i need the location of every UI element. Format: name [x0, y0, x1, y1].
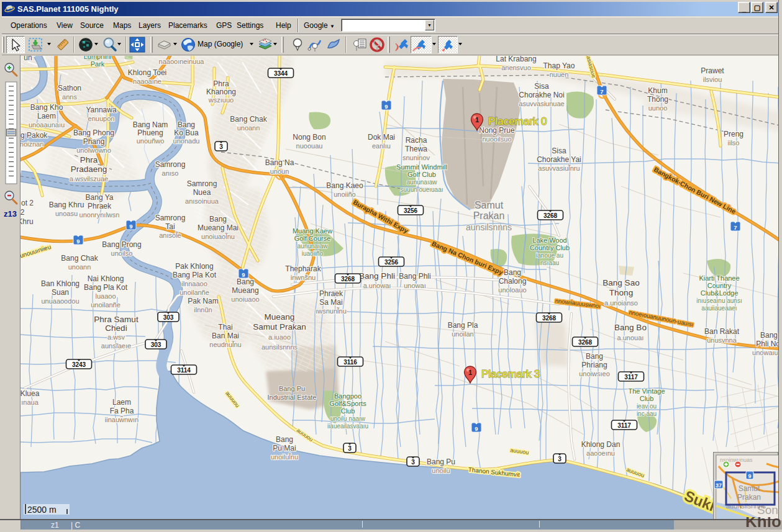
svg-text:luaaoo: luaaoo [95, 292, 116, 300]
svg-text:9: 9 [384, 103, 388, 110]
svg-text:37: 37 [716, 482, 722, 489]
svg-text:Kiarti Thanee: Kiarti Thanee [699, 274, 739, 282]
svg-text:Club: Club [341, 407, 355, 415]
svg-text:2500 m: 2500 m [27, 505, 57, 515]
svg-text:3: 3 [348, 445, 352, 452]
svg-text:unoilanñe: unoilanñe [180, 289, 209, 296]
svg-text:Sisa: Sisa [534, 82, 549, 91]
svg-text:Thai: Thai [218, 323, 232, 331]
svg-text:aununaıaw: aununaıaw [298, 243, 329, 250]
svg-text:unoiuaol̃nu: unoiuaol̃nu [201, 233, 235, 240]
svg-text:Nuea: Nuea [193, 188, 211, 197]
svg-text:unoann: unoann [68, 263, 91, 271]
svg-text:ianoue au: ianoue au [536, 252, 563, 259]
svg-text:Phang: Phang [83, 137, 105, 146]
svg-text:Chorakhe Yai: Chorakhe Yai [537, 155, 581, 164]
svg-text:aunsilsnnns: aunsilsnnns [261, 343, 298, 351]
svg-text:iinauw̃nwın: iinauw̃nwın [105, 416, 139, 423]
svg-text:Phriang: Phriang [581, 361, 607, 369]
svg-text:Bang Ya: Bang Ya [86, 193, 114, 202]
svg-text:Ko Bua: Ko Bua [174, 128, 199, 137]
svg-text:3: 3 [411, 459, 415, 466]
svg-text:ilnnaaoo: ilnnaaoo [181, 280, 207, 287]
svg-text:Samut: Samut [475, 200, 504, 210]
svg-text:Nong Prue: Nong Prue [479, 126, 515, 135]
svg-text:z13: z13 [4, 209, 17, 219]
svg-text:Ban Mai: Ban Mai [212, 331, 239, 340]
svg-text:ınaua: ınaua [21, 399, 39, 406]
svg-text:9: 9 [76, 238, 80, 245]
svg-text:aunsilsnnns: aunsilsnnns [466, 222, 512, 232]
svg-text:unonadu: unonadu [173, 137, 200, 145]
svg-text:3243: 3243 [72, 361, 86, 368]
svg-text:9: 9 [242, 271, 245, 278]
svg-text:unoasu: unoasu [55, 210, 78, 217]
svg-text:Golf Club: Golf Club [407, 171, 436, 178]
svg-text:Phueng: Phueng [137, 128, 163, 137]
svg-text:Summit Windmill: Summit Windmill [396, 163, 447, 171]
svg-text:Lat Krabang: Lat Krabang [496, 56, 536, 63]
svg-text:ıwsnunl̃nu: ıwsnunl̃nu [316, 307, 347, 315]
svg-text:Lumphini: Lumphini [84, 56, 112, 60]
svg-text:naaooıneinuua: naaooıneinuua [159, 58, 205, 65]
svg-text:Industrial Estate: Industrial Estate [268, 394, 317, 401]
svg-text:aunsĩaeıe: aunsĩaeıe [101, 342, 131, 349]
svg-text:Chorakhe Noi: Chorakhe Noi [519, 91, 564, 99]
svg-text:1: 1 [468, 369, 472, 376]
svg-text:Samrong: Samrong [155, 160, 186, 169]
svg-text:Bang Chak: Bang Chak [230, 115, 267, 124]
svg-text:aununaıaw: aununaıaw [407, 179, 438, 186]
svg-text:Samrong: Samrong [155, 214, 186, 222]
svg-text:a.wsv: a.wsv [107, 333, 125, 341]
svg-text:Khanong: Khanong [206, 88, 236, 96]
svg-text:nuooilsuo: nuooilsuo [482, 135, 511, 143]
svg-text:3117: 3117 [624, 374, 638, 381]
svg-text:Country: Country [707, 282, 732, 289]
svg-text:7: 7 [600, 88, 603, 95]
svg-text:Racha: Racha [406, 136, 427, 145]
svg-text:snuninov: snuninov [402, 154, 430, 161]
svg-text:Golf&Sports: Golf&Sports [329, 400, 366, 407]
svg-text:Bang: Bang [276, 435, 293, 444]
svg-text:inwns̃nu: inwns̃nu [291, 274, 316, 281]
svg-text:wszıuuo: wszıuuo [208, 96, 234, 104]
svg-text:Phraek: Phraek [88, 202, 112, 210]
svg-text:enuupon: enuupon [88, 115, 115, 122]
svg-text:Pak Khlong: Pak Khlong [175, 262, 213, 271]
svg-text:3: 3 [558, 456, 561, 462]
svg-text:neudnul̃nu: neudnul̃nu [209, 341, 241, 348]
svg-text:Bangpoo: Bangpoo [334, 392, 361, 400]
svg-text:Yannawa: Yannawa [86, 106, 116, 114]
svg-text:Pradaeng: Pradaeng [71, 165, 107, 174]
svg-text:nuoouau: nuoouau [296, 142, 323, 150]
svg-text:uunoo: uunoo [648, 104, 668, 112]
svg-text:Bang Prong: Bang Prong [102, 240, 141, 249]
svg-text:Bang Kho: Bang Kho [30, 103, 63, 112]
svg-text:Bang: Bang [504, 268, 521, 277]
svg-text:9: 9 [129, 223, 132, 230]
svg-text:Bang Bo: Bang Bo [614, 323, 647, 332]
svg-text:Placemark 3: Placemark 3 [481, 368, 540, 380]
svg-text:nuuen: nuuen [550, 71, 569, 78]
svg-text:Lake Wood: Lake Wood [532, 237, 566, 244]
svg-text:Phra Samut: Phra Samut [94, 315, 139, 324]
svg-text:Laem: Laem [112, 398, 131, 407]
svg-text:9: 9 [475, 425, 478, 432]
svg-text:Chedi: Chedi [105, 323, 127, 333]
svg-text:unoiuaoo: unoiuaoo [231, 295, 259, 303]
svg-text:ieav ou: ieav ou [637, 403, 657, 410]
svg-text:Khlong Toei: Khlong Toei [128, 68, 167, 77]
svg-text:unoilanñe: unoilanñe [91, 301, 120, 309]
svg-text:Phra: Phra [80, 155, 98, 165]
svg-text:Bang: Bang [760, 331, 778, 340]
svg-text:iilso: iilso [728, 139, 740, 147]
svg-text:3: 3 [219, 143, 223, 150]
svg-text:Bang Pu: Bang Pu [427, 458, 455, 466]
svg-text:Nong Bon: Nong Bon [293, 133, 325, 142]
svg-text:2: 2 [20, 208, 25, 217]
svg-text:Thong: Thong [609, 288, 633, 297]
svg-text:Club&Lodge: Club&Lodge [701, 289, 739, 297]
svg-text:anısoinuua: anısoinuua [185, 197, 219, 205]
svg-text:Fa Pha: Fa Pha [110, 407, 134, 415]
svg-text:7: 7 [734, 224, 737, 231]
